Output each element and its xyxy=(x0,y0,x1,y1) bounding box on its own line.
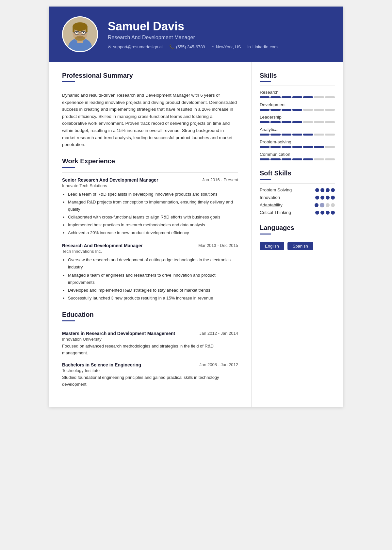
dot xyxy=(331,196,335,200)
svg-point-11 xyxy=(83,32,84,33)
skill-name-analytical: Analytical xyxy=(260,127,335,132)
bullet-item: Managed R&D projects from conception to … xyxy=(68,199,238,213)
skill-seg xyxy=(292,146,302,148)
soft-skill-dots xyxy=(315,203,335,207)
email-icon: ✉ xyxy=(108,44,111,49)
skill-seg xyxy=(314,96,324,98)
skill-seg xyxy=(325,121,335,123)
dot xyxy=(320,196,324,200)
skill-seg xyxy=(282,158,291,160)
skill-seg xyxy=(260,109,270,111)
soft-skills-divider xyxy=(260,183,335,184)
header-name: Samuel Davis xyxy=(108,20,330,33)
skills-underline xyxy=(260,81,271,82)
soft-skill-dots xyxy=(315,196,335,200)
edu-degree-2: Bachelors in Science in Engineering xyxy=(62,362,141,367)
skill-seg xyxy=(260,121,270,123)
work-experience-section: Work Experience Senior Research And Deve… xyxy=(62,157,238,302)
location-contact: ⌂ NewYork, US xyxy=(212,44,241,49)
skill-seg xyxy=(292,158,302,160)
dot xyxy=(315,188,319,192)
svg-line-16 xyxy=(85,32,87,33)
summary-text: Dynamic and results-driven Research and … xyxy=(62,92,238,148)
left-column: Professional Summary Dynamic and results… xyxy=(49,62,252,407)
bullet-item: Achieved a 20% increase in new product d… xyxy=(68,229,238,236)
job-title-2: Research And Development Manager xyxy=(62,243,143,248)
svg-point-7 xyxy=(75,36,85,41)
skill-seg xyxy=(303,146,313,148)
summary-section: Professional Summary Dynamic and results… xyxy=(62,72,238,148)
skill-seg xyxy=(260,158,270,160)
skill-seg xyxy=(303,109,313,111)
skill-name-problem-solving: Problem-solving xyxy=(260,139,335,144)
job-header-2: Research And Development Manager Mar 201… xyxy=(62,243,238,248)
soft-skill-dots xyxy=(315,211,335,215)
soft-skill-problem-solving: Problem Solving xyxy=(260,187,335,192)
svg-line-15 xyxy=(74,32,75,33)
education-section: Education Masters in Research and Develo… xyxy=(62,311,238,388)
languages-title: Languages xyxy=(260,224,335,232)
edu-desc-1: Focused on advanced research methodologi… xyxy=(62,343,238,357)
soft-skill-critical-thinking: Critical Thinking xyxy=(260,210,335,215)
linkedin-icon: in xyxy=(248,44,251,49)
skill-seg xyxy=(282,96,291,98)
skill-seg xyxy=(303,121,313,123)
job-item: Senior Research And Development Manager … xyxy=(62,177,238,237)
skill-seg xyxy=(325,158,335,160)
skill-bar-research xyxy=(260,96,335,98)
skill-seg xyxy=(260,146,270,148)
skill-item-problem-solving: Problem-solving xyxy=(260,139,335,148)
svg-point-10 xyxy=(76,32,78,33)
phone-icon: 📞 xyxy=(169,44,174,49)
skill-seg xyxy=(270,134,280,136)
header-title: Research And Development Manager xyxy=(108,35,330,40)
skill-seg xyxy=(282,121,291,123)
avatar xyxy=(62,16,98,52)
skill-name-leadership: Leadership xyxy=(260,115,335,120)
work-experience-title: Work Experience xyxy=(62,157,238,165)
job-company-2: Tech Innovations Inc. xyxy=(62,249,238,254)
skill-seg xyxy=(325,146,335,148)
skill-item-leadership: Leadership xyxy=(260,115,335,123)
skill-seg xyxy=(270,121,280,123)
skill-seg xyxy=(325,134,335,136)
job-dates-1: Jan 2016 - Present xyxy=(202,177,238,182)
job-title-1: Senior Research And Development Manager xyxy=(62,177,158,183)
skill-bar-communication xyxy=(260,158,335,160)
dot xyxy=(331,188,335,192)
skill-bar-analytical xyxy=(260,134,335,136)
skill-bar-problem-solving xyxy=(260,146,335,148)
bullet-item: Collaborated with cross-functional teams… xyxy=(68,214,238,221)
skill-seg xyxy=(260,134,270,136)
skill-seg xyxy=(270,109,280,111)
skill-seg xyxy=(314,146,324,148)
edu-institution-1: Innovation University xyxy=(62,337,238,342)
language-tag-english: English xyxy=(260,242,284,250)
main-content: Professional Summary Dynamic and results… xyxy=(49,62,343,407)
skill-seg xyxy=(292,134,302,136)
skill-seg xyxy=(303,158,313,160)
skill-name-research: Research xyxy=(260,90,335,95)
resume-container: Samuel Davis Research And Development Ma… xyxy=(49,7,343,407)
skill-seg xyxy=(292,96,302,98)
svg-rect-6 xyxy=(86,26,88,32)
dot xyxy=(320,188,324,192)
skill-seg xyxy=(270,146,280,148)
dot xyxy=(315,203,318,207)
phone-contact: 📞 (555) 345-6789 xyxy=(169,44,205,49)
dot xyxy=(326,203,330,207)
edu-dates-1: Jan 2012 - Jan 2014 xyxy=(199,331,238,336)
soft-skills-underline xyxy=(260,179,271,180)
skill-seg xyxy=(314,121,324,123)
header-section: Samuel Davis Research And Development Ma… xyxy=(49,7,343,62)
edu-desc-2: Studied foundational engineering princip… xyxy=(62,374,238,388)
email-contact: ✉ support@resumedesign.ai xyxy=(108,44,163,49)
summary-divider xyxy=(62,87,238,87)
soft-skills-section: Soft Skills Problem Solving Innovation xyxy=(260,170,335,215)
dot xyxy=(315,211,319,215)
edu-degree-1: Masters in Research and Development Mana… xyxy=(62,331,175,336)
edu-header-2: Bachelors in Science in Engineering Jan … xyxy=(62,362,238,367)
job-item: Research And Development Manager Mar 201… xyxy=(62,243,238,302)
languages-divider xyxy=(260,238,335,238)
dot xyxy=(320,203,324,207)
